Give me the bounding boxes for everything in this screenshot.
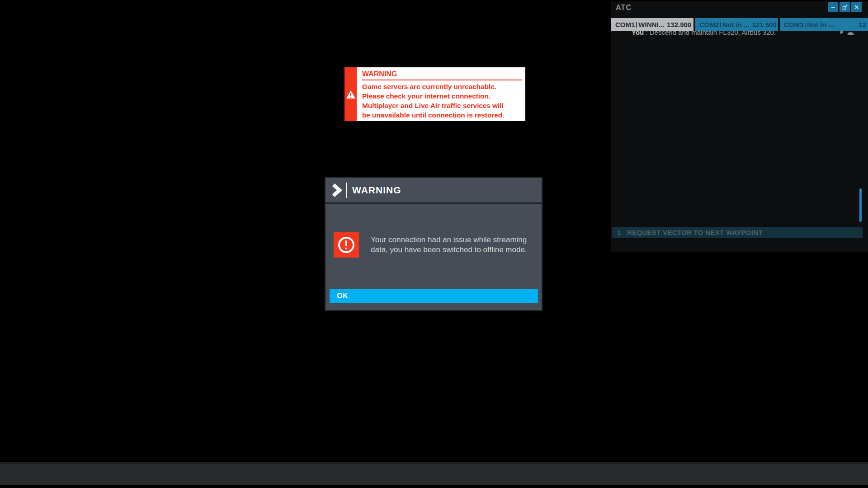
tab-separator-icon <box>805 23 806 28</box>
atc-tabs: COM1WINNI...132.900COM2Not in ...121.500… <box>611 18 868 31</box>
play-arrow-icon[interactable] <box>840 31 844 34</box>
pilot-icon[interactable] <box>847 31 854 35</box>
dialog-message: Your connection had an issue while strea… <box>371 235 527 255</box>
alert-icon <box>334 232 359 258</box>
message-text: : Descend and maintain FL320, Airbus 320… <box>644 31 776 36</box>
ok-button[interactable]: OK <box>330 289 538 303</box>
banner-red-strip <box>344 67 357 121</box>
tab-frequency: 12 <box>856 21 866 28</box>
connection-warning-banner: WARNING Game servers are currently unrea… <box>344 67 525 121</box>
taskbar <box>0 462 868 485</box>
tab-station-label: WINNI... <box>638 21 664 28</box>
atc-option-request-vector[interactable]: 1 REQUEST VECTOR TO NEXT WAYPOINT <box>612 227 863 238</box>
close-icon <box>854 5 859 10</box>
chevron-right-icon <box>332 183 342 197</box>
minimize-icon <box>830 5 836 10</box>
tab-separator-icon <box>636 23 637 28</box>
warning-dialog-header: WARNING <box>326 178 542 204</box>
option-number: 1 <box>617 227 621 238</box>
atc-tab-com1[interactable]: COM1WINNI...132.900 <box>611 18 693 31</box>
scrollbar-thumb[interactable] <box>859 188 862 222</box>
warning-dialog: WARNING Your connection had an issue whi… <box>325 177 542 311</box>
tab-station-label: Not in ... <box>722 21 749 28</box>
tab-frequency: 132.900 <box>664 21 691 28</box>
header-divider <box>346 183 347 198</box>
dialog-body: Your connection had an issue while strea… <box>326 204 542 286</box>
tab-com-label: COM2 <box>699 21 719 28</box>
atc-popout-button[interactable] <box>840 2 850 12</box>
message-speaker: You <box>632 31 644 36</box>
atc-window: ATC COM1WINNI...132.900COM2Not in ...121… <box>611 1 868 252</box>
option-label: REQUEST VECTOR TO NEXT WAYPOINT <box>627 227 763 238</box>
atc-window-title: ATC <box>616 4 632 12</box>
atc-window-controls <box>828 2 862 12</box>
banner-title: WARNING <box>362 70 522 80</box>
atc-minimize-button[interactable] <box>828 2 838 12</box>
tab-com-label: COM1 <box>615 21 635 28</box>
tab-frequency: 121.500 <box>750 21 777 28</box>
tab-com-label: COM3 <box>784 21 803 28</box>
atc-tab-com3[interactable]: COM3Not in ...12 <box>780 18 868 31</box>
atc-close-button[interactable] <box>851 2 862 12</box>
tab-separator-icon <box>720 23 721 28</box>
atc-message-list: You : Descend and maintain FL320, Airbus… <box>611 31 868 225</box>
atc-message-row: You : Descend and maintain FL320, Airbus… <box>612 31 867 38</box>
warning-triangle-icon <box>346 90 356 99</box>
popout-icon <box>842 5 848 10</box>
tab-station-label: Not in ... <box>807 21 834 28</box>
banner-text: Game servers are currently unreachable. … <box>362 82 522 120</box>
dialog-title: WARNING <box>352 185 401 196</box>
atc-tab-com2[interactable]: COM2Not in ...121.500 <box>695 18 778 31</box>
